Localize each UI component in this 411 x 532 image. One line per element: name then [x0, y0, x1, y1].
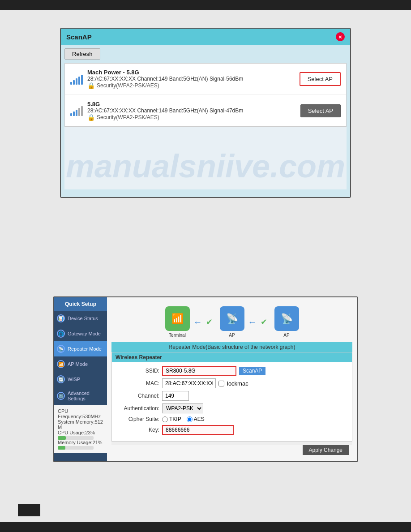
form-section: Wireless Repeater SSID: ScanAP MAC: lock…: [111, 352, 352, 442]
repeater-mode-label: Repeater Mode(Basic structure of the net…: [111, 342, 352, 352]
sidebar-item-wisp[interactable]: 🔄 WISP: [54, 372, 107, 387]
ap-name-1: Mach Power - 5.8G: [87, 69, 300, 76]
ap-info-1: Mach Power - 5.8G 28:AC:67:XX:XX:XX Chan…: [87, 69, 300, 89]
sidebar-header: Quick Setup: [54, 297, 107, 311]
channel-input[interactable]: [162, 391, 189, 401]
router-sidebar: Quick Setup 📊 Device Status 🌐 Gateway Mo…: [54, 297, 107, 461]
apply-row: Apply Change: [111, 442, 352, 445]
lock-icon-1: 🔒: [87, 82, 95, 89]
ap-item-2: 5.8G 28:AC:67:XX:XX:XX Channel:149 Band:…: [65, 95, 346, 126]
cipher-tkip-item: TKIP: [162, 416, 181, 422]
nd-ap-2: 📡 AP: [274, 306, 299, 338]
terminal-label: Terminal: [169, 333, 186, 338]
mac-input[interactable]: [162, 378, 216, 388]
ap-security-2: 🔒 Security(WPA2-PSK/AES): [87, 114, 300, 121]
ssid-row: SSID: ScanAP: [119, 366, 345, 376]
key-row: Key:: [119, 425, 345, 435]
select-ap-button-2[interactable]: Select AP: [300, 104, 341, 117]
router-main: Quick Setup 📊 Device Status 🌐 Gateway Mo…: [54, 297, 357, 461]
scan-ap-title: ScanAP: [66, 33, 92, 41]
wireless-repeater-title: Wireless Repeater: [112, 352, 352, 362]
ap-info-2: 5.8G 28:AC:67:XX:XX:XX Channel:149 Band:…: [87, 101, 300, 121]
cipher-aes-radio[interactable]: [187, 416, 193, 422]
advanced-settings-icon: ⚙️: [57, 392, 65, 400]
terminal-wifi-icon: 📶: [171, 313, 184, 325]
refresh-button[interactable]: Refresh: [64, 48, 100, 60]
cipher-aes-item: AES: [187, 416, 205, 422]
cipher-radio-group: TKIP AES: [162, 416, 205, 422]
cpu-usage: CPU Usage:23%: [58, 430, 103, 435]
repeater-mode-icon: 📡: [57, 345, 65, 353]
router-config: Quick Setup 📊 Device Status 🌐 Gateway Mo…: [53, 296, 358, 462]
ssid-label: SSID:: [119, 368, 159, 374]
arrow-1: ←: [193, 317, 202, 327]
ap-mode-icon: 📶: [57, 360, 65, 368]
ap-security-1: 🔒 Security(WPA2-PSK/AES): [87, 82, 300, 89]
lock-mac-checkbox[interactable]: [218, 381, 224, 386]
scan-ap-small-button[interactable]: ScanAP: [239, 367, 265, 375]
ssid-input[interactable]: [162, 366, 236, 376]
ap-item-1: Mach Power - 5.8G 28:AC:67:XX:XX:XX Chan…: [65, 64, 346, 95]
ap-box-1: 📡: [220, 306, 244, 331]
auth-label: Authentication:: [119, 405, 159, 412]
mem-bar: [58, 446, 94, 450]
nd-ap-1: 📡 AP: [220, 306, 244, 338]
ap-name-2: 5.8G: [87, 101, 300, 107]
cpu-bar: [58, 436, 94, 440]
ap-label-1: AP: [229, 333, 235, 338]
mac-row: MAC: lockmac: [119, 378, 345, 388]
sidebar-item-gateway-mode[interactable]: 🌐 Gateway Mode: [54, 326, 107, 341]
lock-mac-label: lockmac: [227, 380, 248, 387]
check-2: ✔: [261, 317, 267, 327]
mem-usage: Memory Usage:21%: [58, 440, 103, 445]
apply-change-button[interactable]: Apply Change: [303, 445, 349, 455]
channel-row: Channel:: [119, 391, 345, 401]
device-status-icon: 📊: [57, 314, 65, 322]
top-bar: [0, 0, 411, 10]
nd-terminal: 📶 Terminal: [165, 306, 190, 338]
wisp-icon: 🔄: [57, 375, 65, 383]
arrow-3: ←: [248, 317, 257, 327]
cpu-freq: CPU Frequency:530MHz: [58, 408, 103, 419]
check-1: ✔: [206, 317, 213, 327]
sidebar-item-advanced-settings[interactable]: ⚙️ Advanced Settings: [54, 387, 107, 405]
ap2-wifi-icon: 📡: [281, 313, 293, 325]
mac-label: MAC:: [119, 380, 159, 386]
mem-bar-fill: [58, 446, 65, 450]
scan-ap-title-bar: ScanAP ×: [61, 29, 350, 45]
signal-icon-2: [70, 105, 83, 116]
ap-empty-area: [64, 127, 347, 189]
ap-label-2: AP: [283, 333, 289, 338]
cipher-tkip-label: TKIP: [169, 416, 181, 422]
terminal-box: 📶: [165, 306, 190, 331]
close-button[interactable]: ×: [336, 32, 345, 41]
cipher-tkip-radio[interactable]: [162, 416, 168, 422]
sys-memory: System Memory:512 M: [58, 419, 103, 430]
auth-select[interactable]: WPA2-PSK: [162, 403, 203, 413]
form-body: SSID: ScanAP MAC: lockmac Channel:: [112, 362, 352, 441]
signal-icon-1: [70, 74, 83, 85]
cipher-row: Cipher Suite: TKIP AES: [119, 416, 345, 422]
key-input[interactable]: [162, 425, 234, 435]
network-diagram: 📶 Terminal ← ✔ 📡 AP ← ✔: [111, 302, 352, 342]
ap-details-2: 28:AC:67:XX:XX:XX Channel:149 Band:5GHz(…: [87, 107, 300, 114]
bottom-bar: [0, 522, 411, 532]
lock-icon-2: 🔒: [87, 114, 95, 121]
ap-box-2: 📡: [274, 306, 299, 331]
small-black-box: [18, 504, 40, 516]
gateway-mode-icon: 🌐: [57, 330, 65, 338]
ap-list: Mach Power - 5.8G 28:AC:67:XX:XX:XX Chan…: [64, 63, 347, 127]
cpu-bar-fill: [58, 436, 66, 440]
sidebar-item-ap-mode[interactable]: 📶 AP Mode: [54, 356, 107, 372]
cipher-label: Cipher Suite:: [119, 416, 159, 422]
ap1-wifi-icon: 📡: [226, 313, 238, 325]
sidebar-item-repeater-mode[interactable]: 📡 Repeater Mode: [54, 341, 107, 356]
auth-row: Authentication: WPA2-PSK: [119, 403, 345, 413]
ap-details-1: 28:AC:67:XX:XX:XX Channel:149 Band:5GHz(…: [87, 76, 300, 82]
cipher-aes-label: AES: [194, 416, 205, 422]
select-ap-button-1[interactable]: Select AP: [300, 72, 341, 86]
sidebar-item-device-status[interactable]: 📊 Device Status: [54, 311, 107, 326]
content-area: 📶 Terminal ← ✔ 📡 AP ← ✔: [107, 297, 357, 461]
scan-ap-body: Refresh Mach Power - 5.8G 28:AC:67:XX: [61, 45, 350, 197]
status-area: CPU Frequency:530MHz System Memory:512 M…: [54, 405, 107, 453]
